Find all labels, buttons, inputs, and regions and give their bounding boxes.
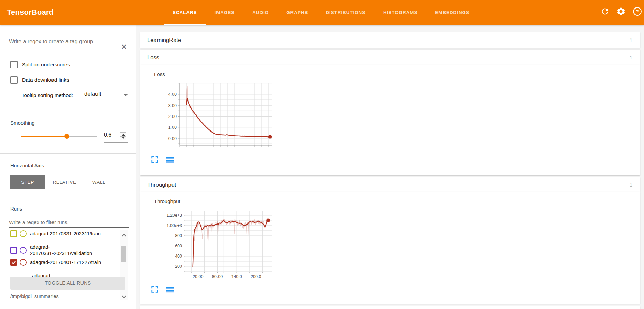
- run-label: adagrad-20170401-171227/train: [30, 259, 101, 266]
- svg-text:800: 800: [175, 233, 182, 238]
- top-app-bar: TensorBoard SCALARSIMAGESAUDIOGRAPHSDIST…: [0, 0, 644, 25]
- tab-distributions[interactable]: DISTRIBUTIONS: [317, 0, 374, 25]
- run-checkbox[interactable]: [10, 230, 17, 237]
- data-download-checkbox[interactable]: [10, 76, 18, 84]
- svg-text:3.00: 3.00: [168, 103, 177, 108]
- tooltip-sorting-value: default: [84, 91, 101, 97]
- run-row: adagrad-20170331-202311/validation: [10, 244, 119, 257]
- stepper-up-icon[interactable]: [122, 134, 125, 136]
- svg-text:140.0: 140.0: [231, 274, 242, 279]
- settings-gear-icon[interactable]: [616, 7, 626, 16]
- smoothing-stepper[interactable]: [120, 132, 126, 140]
- run-filter-input[interactable]: Write a regex to filter runs: [9, 217, 129, 228]
- section-content-loss: Loss 0.001.002.003.004.00: [140, 65, 640, 175]
- section-header-throughput[interactable]: Throughput 1: [140, 177, 640, 192]
- horizontal-axis-label: Horizontal Axis: [10, 163, 44, 168]
- svg-text:1.20e+3: 1.20e+3: [166, 213, 182, 218]
- slider-thumb[interactable]: [64, 134, 69, 139]
- tab-bar: SCALARSIMAGESAUDIOGRAPHSDISTRIBUTIONSHIS…: [164, 0, 478, 25]
- svg-text:0.00: 0.00: [168, 136, 177, 141]
- axis-button-relative[interactable]: RELATIVE: [45, 175, 84, 189]
- run-checkbox[interactable]: [10, 259, 17, 266]
- fullscreen-icon[interactable]: [151, 156, 159, 164]
- axis-button-step[interactable]: STEP: [10, 175, 45, 189]
- tooltip-sorting-dropdown[interactable]: default: [84, 91, 129, 100]
- runs-label: Runs: [10, 206, 22, 212]
- tag-group-regex-input[interactable]: Write a regex to create a tag group: [9, 37, 111, 47]
- app-title: TensorBoard: [7, 0, 54, 25]
- section-count: 1: [630, 37, 632, 43]
- chart-actions: [151, 156, 174, 164]
- svg-text:1.00: 1.00: [168, 125, 177, 130]
- smoothing-value[interactable]: 0.6: [104, 132, 118, 138]
- smoothing-label: Smoothing: [10, 120, 35, 126]
- tab-images[interactable]: IMAGES: [206, 0, 244, 25]
- sidebar: Write a regex to create a tag group ✕ Sp…: [0, 25, 136, 309]
- split-underscores-label: Split on underscores: [22, 62, 70, 68]
- run-filter-placeholder: Write a regex to filter runs: [9, 219, 67, 225]
- data-download-row: Data download links: [10, 76, 69, 84]
- section-title: LearningRate: [147, 37, 181, 43]
- divider: [0, 197, 136, 197]
- divider: [0, 153, 136, 154]
- smoothing-value-underline: [104, 142, 128, 143]
- section-count: 1: [630, 55, 632, 60]
- fullscreen-icon[interactable]: [151, 285, 159, 294]
- axis-button-wall[interactable]: WALL: [84, 175, 114, 189]
- run-color-circle[interactable]: [20, 230, 27, 237]
- tab-histograms[interactable]: HISTOGRAMS: [374, 0, 426, 25]
- scroll-down-icon[interactable]: [121, 294, 127, 299]
- tag-group-regex-placeholder: Write a regex to create a tag group: [9, 38, 93, 45]
- split-underscores-checkbox[interactable]: [10, 61, 18, 68]
- tab-embeddings[interactable]: EMBEDDINGS: [426, 0, 478, 25]
- svg-text:?: ?: [636, 9, 639, 14]
- section-title: Loss: [147, 54, 159, 61]
- close-icon[interactable]: ✕: [120, 43, 129, 51]
- tooltip-sorting-row: Tooltip sorting method: default: [21, 91, 131, 100]
- stepper-down-icon[interactable]: [122, 137, 125, 139]
- svg-text:1.00e+3: 1.00e+3: [166, 223, 182, 228]
- run-row: adagrad-20170331-202311/train: [10, 230, 119, 237]
- tooltip-sorting-label: Tooltip sorting method:: [21, 92, 73, 98]
- chart-actions: [151, 285, 174, 294]
- runs-scrollbar[interactable]: [120, 230, 128, 300]
- svg-text:400: 400: [175, 254, 182, 259]
- main-content: LearningRate 1 Loss 1 Loss 0.001.002.003…: [137, 25, 644, 309]
- run-label: adagrad-20170331-202311/train: [30, 231, 101, 237]
- svg-text:20.00: 20.00: [193, 274, 203, 279]
- runs-menu-icon[interactable]: [166, 156, 174, 164]
- tab-scalars[interactable]: SCALARS: [164, 0, 206, 25]
- smoothing-slider[interactable]: [21, 136, 97, 137]
- split-underscores-row: Split on underscores: [10, 61, 70, 68]
- toggle-all-runs-button[interactable]: TOGGLE ALL RUNS: [10, 277, 125, 290]
- run-color-circle[interactable]: [20, 259, 27, 266]
- run-label: adagrad-20170331-202311/validation: [30, 244, 92, 257]
- svg-text:80.00: 80.00: [212, 274, 223, 279]
- runs-menu-icon[interactable]: [166, 285, 174, 294]
- run-checkbox[interactable]: [10, 247, 17, 254]
- section-header-learningrate[interactable]: LearningRate 1: [140, 32, 640, 48]
- scrollbar-thumb[interactable]: [121, 246, 126, 262]
- next-section-partial[interactable]: [140, 306, 640, 309]
- svg-text:200.0: 200.0: [251, 274, 261, 279]
- section-count: 1: [630, 182, 632, 188]
- svg-text:4.00: 4.00: [168, 92, 177, 97]
- svg-text:2.00: 2.00: [168, 114, 177, 119]
- data-download-label: Data download links: [22, 77, 69, 83]
- svg-text:600: 600: [175, 244, 182, 248]
- chevron-down-icon: [124, 94, 128, 96]
- divider: [0, 110, 136, 110]
- log-directory-path: /tmp/bigdl_summaries: [10, 294, 59, 299]
- tab-graphs[interactable]: GRAPHS: [278, 0, 317, 25]
- slider-fill: [21, 136, 67, 137]
- svg-text:200: 200: [175, 264, 182, 269]
- help-icon[interactable]: ?: [633, 7, 642, 16]
- refresh-icon[interactable]: [600, 7, 610, 16]
- scroll-up-icon[interactable]: [121, 233, 127, 238]
- tab-audio[interactable]: AUDIO: [243, 0, 278, 25]
- section-content-throughput: Throughput 2004006008001.00e+31.20e+320.…: [140, 192, 640, 304]
- run-row: adagrad-20170401-171227/train: [10, 259, 119, 266]
- run-color-circle[interactable]: [20, 247, 27, 254]
- section-title: Throughput: [147, 182, 176, 188]
- section-header-loss[interactable]: Loss 1: [140, 50, 640, 65]
